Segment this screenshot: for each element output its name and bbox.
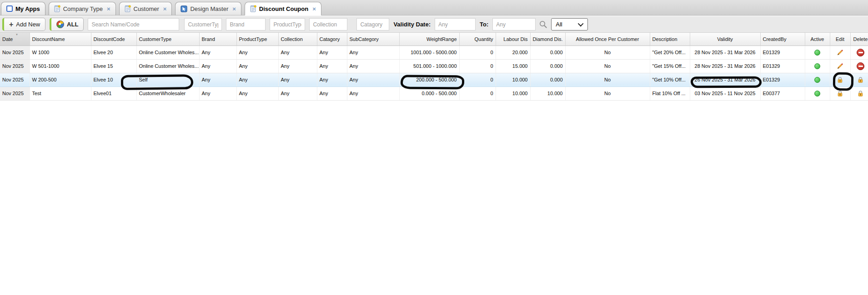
column-header-validity[interactable]: Validity (690, 33, 760, 46)
cell-delete (850, 73, 868, 86)
tab-label: Customer (134, 5, 159, 12)
table-row[interactable]: Nov 2025W 1000Elvee 20Online Customer Wh… (0, 46, 868, 59)
active-indicator[interactable] (814, 77, 820, 83)
cell-catagory: Any (317, 59, 347, 73)
column-header-edit[interactable]: Edit (830, 33, 850, 46)
discount-table: Date▼DiscountNameDiscountCodeCustomerTyp… (0, 33, 868, 101)
cell-date: Nov 2025 (0, 46, 30, 59)
close-icon[interactable]: × (232, 5, 236, 12)
search-input[interactable] (88, 18, 179, 31)
active-indicator[interactable] (814, 63, 820, 69)
cell-edit (830, 86, 850, 100)
cell-collection: Any (278, 59, 317, 73)
table-row[interactable]: Nov 2025W 200-500Elvee 10SelfAnyAnyAnyAn… (0, 73, 868, 86)
search-icon[interactable] (539, 20, 547, 29)
cell-brand: Any (199, 86, 236, 100)
cell-delete (850, 86, 868, 100)
column-header-labour_dis[interactable]: Labour Dis (496, 33, 530, 46)
toolbar: + Add New ALL Validity Date: To: All (0, 15, 868, 33)
filter-customer-type-input[interactable] (184, 18, 222, 31)
page-icon (125, 5, 131, 12)
column-header-date[interactable]: Date▼ (0, 33, 30, 46)
cell-validity: 26 Nov 2025 - 31 Mar 2026 (690, 73, 760, 86)
tab-my-apps[interactable]: My Apps (1, 2, 45, 15)
add-new-button[interactable]: + Add New (2, 18, 45, 31)
tab-bar: My AppsCompany Type×Customer×Design Mast… (0, 0, 868, 15)
cell-edit (830, 73, 850, 86)
cell-validity: 28 Nov 2025 - 31 Mar 2026 (690, 59, 760, 73)
cell-labour_dis: 15.000 (496, 59, 530, 73)
cell-allowed_once: No (565, 86, 650, 100)
cell-delete (850, 59, 868, 73)
active-indicator[interactable] (814, 91, 820, 97)
delete-button[interactable] (857, 90, 864, 97)
validity-to-input[interactable] (492, 18, 536, 31)
status-filter-select[interactable]: All (551, 18, 588, 31)
close-icon[interactable]: × (107, 5, 110, 12)
tab-customer[interactable]: Customer× (119, 2, 172, 15)
cell-sub_category: Any (347, 73, 399, 86)
cell-diamond_dis: 0.000 (530, 46, 565, 59)
column-header-collection[interactable]: Collection (278, 33, 317, 46)
cell-discount_code: Elvee 10 (91, 73, 136, 86)
column-header-delete[interactable]: Delete (850, 33, 868, 46)
app-window: My AppsCompany Type×Customer×Design Mast… (0, 0, 868, 295)
cell-brand: Any (199, 46, 236, 59)
cell-weight_range: 200.000 - 500.000 (399, 73, 459, 86)
delete-button[interactable] (857, 49, 864, 56)
column-header-product_type[interactable]: ProductType (236, 33, 278, 46)
table-row[interactable]: Nov 2025TestElvee01CustomerWholesalerAny… (0, 86, 868, 100)
column-header-allowed_once[interactable]: Allowed Once Per Customer (565, 33, 650, 46)
column-header-quantity[interactable]: Quantity (459, 33, 496, 46)
close-icon[interactable]: × (312, 5, 316, 12)
cell-weight_range: 501.000 - 1000.000 (399, 59, 459, 73)
edit-button[interactable] (837, 76, 843, 83)
no-entry-icon (857, 49, 864, 56)
pencil-icon (837, 49, 843, 56)
tab-design-master[interactable]: Design Master× (175, 2, 241, 15)
column-header-discount_name[interactable]: DiscountName (30, 33, 91, 46)
column-header-created_by[interactable]: CreatedBy (760, 33, 805, 46)
apps-grid-icon (6, 5, 13, 12)
cell-discount_name: W 200-500 (30, 73, 91, 86)
cell-description: "Get 20% Off... (650, 46, 690, 59)
edit-button[interactable] (837, 49, 843, 56)
column-header-description[interactable]: Description (650, 33, 690, 46)
cell-customer_type: CustomerWholesaler (136, 86, 199, 100)
cell-active (805, 59, 830, 73)
column-header-discount_code[interactable]: DiscountCode (91, 33, 136, 46)
filter-collection-input[interactable] (309, 18, 347, 31)
close-icon[interactable]: × (163, 5, 167, 12)
cell-catagory: Any (317, 73, 347, 86)
all-filter-button[interactable]: ALL (50, 18, 84, 31)
delete-button[interactable] (857, 76, 864, 83)
column-header-diamond_dis[interactable]: Diamond Dis. (530, 33, 565, 46)
active-indicator[interactable] (814, 50, 820, 56)
validity-from-input[interactable] (435, 18, 476, 31)
filter-brand-input[interactable] (226, 18, 266, 31)
cell-quantity: 0 (459, 73, 496, 86)
edit-button[interactable] (837, 90, 843, 97)
filter-catagory-input[interactable] (356, 18, 389, 31)
cell-catagory: Any (317, 46, 347, 59)
cell-product_type: Any (236, 46, 278, 59)
tab-label: Design Master (190, 5, 228, 12)
edit-button[interactable] (837, 63, 843, 70)
column-header-active[interactable]: Active (805, 33, 830, 46)
tab-company-type[interactable]: Company Type× (49, 2, 116, 15)
column-header-brand[interactable]: Brand (199, 33, 236, 46)
column-header-sub_category[interactable]: SubCategory (347, 33, 399, 46)
no-entry-icon (857, 62, 864, 70)
tab-discount-coupon[interactable]: Discount Coupon× (245, 2, 321, 15)
column-header-customer_type[interactable]: CustomerType (136, 33, 199, 46)
column-header-catagory[interactable]: Catagory (317, 33, 347, 46)
lock-icon (857, 90, 864, 97)
sort-indicator: ▼ (15, 33, 18, 36)
delete-button[interactable] (857, 62, 864, 70)
cell-quantity: 0 (459, 86, 496, 100)
cell-allowed_once: No (565, 46, 650, 59)
cell-created_by: E01329 (760, 46, 805, 59)
table-row[interactable]: Nov 2025W 501-1000Elvee 15Online Custome… (0, 59, 868, 73)
filter-product-type-input[interactable] (270, 18, 305, 31)
column-header-weight_range[interactable]: WeightRange (399, 33, 459, 46)
